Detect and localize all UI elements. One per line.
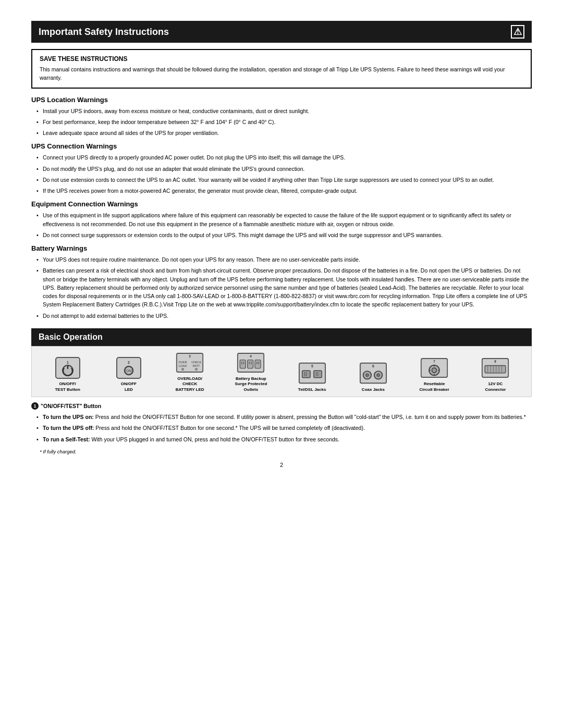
device-label-12v: 12V DC Connector	[485, 381, 506, 392]
list-item: Do not attempt to add external batteries…	[36, 312, 532, 320]
list-item: If the UPS receives power from a motor-p…	[36, 187, 532, 195]
overload-icon: 3 OVER LOAD CHECK BATT	[176, 351, 204, 374]
list-item: To turn the UPS on: Press and hold the O…	[36, 413, 532, 421]
device-label-coax-jacks: Coax Jacks	[362, 387, 385, 392]
svg-text:5: 5	[311, 365, 313, 368]
svg-text:2: 2	[128, 361, 130, 364]
list-item: To turn the UPS off: Press and hold the …	[36, 424, 532, 432]
device-item-battery-backup: 4 Battery Backup Surge Protected Outlets	[232, 351, 269, 392]
svg-point-40	[377, 374, 380, 377]
onoff-section-title: 1 "ON/OFF/TEST" Button	[31, 402, 532, 410]
ups-location-title: UPS Location Warnings	[31, 96, 532, 104]
equipment-connection-title: Equipment Connection Warnings	[31, 200, 532, 208]
list-item: Leave adequate space around all sides of…	[36, 129, 532, 137]
device-item-resettable: 7 Resettable Circuit Breaker	[416, 356, 452, 392]
battery-title: Battery Warnings	[31, 244, 532, 252]
svg-text:CHECK: CHECK	[191, 360, 201, 363]
device-label-tel-jacks: Tel/DSL Jacks	[298, 387, 326, 392]
main-section-header: Important Safety Instructions ⚠	[31, 21, 532, 43]
power-button-icon: 1	[54, 356, 82, 379]
12v-connector-icon: 8	[481, 356, 509, 379]
svg-point-14	[181, 367, 184, 370]
onoff-title-text: "ON/OFF/TEST" Button	[41, 403, 101, 409]
bullet-text-1: Press and hold the ON/OFF/TEST Button fo…	[95, 414, 526, 420]
bullet-label-1: To turn the UPS on:	[43, 414, 94, 420]
svg-text:4: 4	[250, 354, 252, 358]
save-instructions-title: SAVE THESE INSTRUCTIONS	[40, 55, 523, 63]
svg-text:OVER: OVER	[178, 360, 187, 363]
device-label-battery-backup: Battery Backup Surge Protected Outlets	[235, 376, 267, 392]
svg-text:8: 8	[495, 360, 497, 363]
list-item: Do not connect surge suppressors or exte…	[36, 231, 532, 239]
svg-text:1: 1	[67, 361, 69, 364]
battery-backup-icon: 4	[237, 351, 265, 374]
bullet-label-2: To turn the UPS off:	[43, 425, 94, 431]
svg-point-15	[195, 367, 198, 370]
onoff-bullets: To turn the UPS on: Press and hold the O…	[31, 413, 532, 443]
list-item: Do not modify the UPS's plug, and do not…	[36, 165, 532, 173]
svg-text:7: 7	[433, 360, 435, 363]
bullet-label-3: To run a Self-Test:	[43, 436, 90, 442]
list-item: Batteries can present a risk of electric…	[36, 266, 532, 309]
coax-jacks-icon: 6	[359, 362, 387, 385]
list-item: To run a Self-Test: With your UPS plugge…	[36, 435, 532, 443]
device-label-onoff-test: ON/OFF/ TEST Button	[55, 381, 80, 392]
svg-rect-18	[240, 360, 246, 368]
ups-connection-list: Connect your UPS directly to a properly …	[31, 153, 532, 195]
svg-text:6: 6	[372, 365, 374, 368]
device-item-overload: 3 OVER LOAD CHECK BATT OVERLOAD/ CHECK B…	[172, 351, 208, 392]
ups-location-list: Install your UPS indoors, away from exce…	[31, 107, 532, 138]
list-item: Connect your UPS directly to a properly …	[36, 153, 532, 162]
ups-connection-title: UPS Connection Warnings	[31, 142, 532, 150]
svg-text:BATT: BATT	[193, 364, 200, 367]
device-item-onoff-led: 2 ON ON/OFF LED	[111, 356, 147, 392]
bullet-text-3: With your UPS plugged in and turned ON, …	[92, 436, 339, 442]
svg-rect-24	[255, 360, 261, 368]
device-item-tel-jacks: 5 Tel/DSL Jacks	[294, 362, 331, 392]
save-instructions-body: This manual contains instructions and wa…	[40, 66, 523, 82]
svg-point-38	[365, 374, 369, 377]
svg-point-44	[432, 368, 437, 373]
page-number: 2	[31, 462, 532, 468]
device-item-onoff-test: 1 ON/OFF/ TEST Button	[50, 356, 86, 392]
device-item-12v: 8 12V DC Connector	[477, 356, 513, 392]
list-item: Install your UPS indoors, away from exce…	[36, 107, 532, 115]
basic-operation-header: Basic Operation	[31, 328, 532, 346]
svg-text:LOAD: LOAD	[179, 364, 187, 367]
onoff-led-icon: 2 ON	[115, 356, 143, 379]
device-label-resettable: Resettable Circuit Breaker	[419, 381, 449, 392]
device-item-coax-jacks: 6 Coax Jacks	[355, 362, 391, 392]
svg-text:3: 3	[189, 354, 191, 358]
svg-rect-51	[485, 365, 506, 373]
svg-rect-21	[248, 360, 253, 368]
svg-text:ON: ON	[126, 369, 132, 373]
device-diagram-strip: 1 ON/OFF/ TEST Button 2 ON ON/OFF LED	[31, 346, 532, 397]
footnote: * If fully charged.	[40, 449, 532, 454]
bullet-text-2: Press and hold the ON/OFF/TEST Button fo…	[95, 425, 365, 431]
device-label-onoff-led: ON/OFF LED	[121, 381, 137, 392]
list-item: For best performance, keep the indoor te…	[36, 118, 532, 126]
tel-jacks-icon: 5	[298, 362, 326, 385]
save-instructions-box: SAVE THESE INSTRUCTIONS This manual cont…	[31, 49, 532, 89]
battery-list: Your UPS does not require routine mainte…	[31, 255, 532, 320]
resettable-icon: 7	[420, 356, 448, 379]
section-badge: 1	[31, 402, 39, 410]
onoff-test-section: 1 "ON/OFF/TEST" Button To turn the UPS o…	[31, 402, 532, 454]
list-item: Do not use extension cords to connect th…	[36, 176, 532, 184]
warning-icon: ⚠	[511, 25, 524, 39]
list-item: Your UPS does not require routine mainte…	[36, 255, 532, 264]
device-label-overload: OVERLOAD/ CHECK BATTERY LED	[176, 376, 204, 392]
main-title: Important Safety Instructions	[39, 27, 169, 38]
list-item: Use of this equipment in life support ap…	[36, 211, 532, 228]
equipment-connection-list: Use of this equipment in life support ap…	[31, 211, 532, 239]
